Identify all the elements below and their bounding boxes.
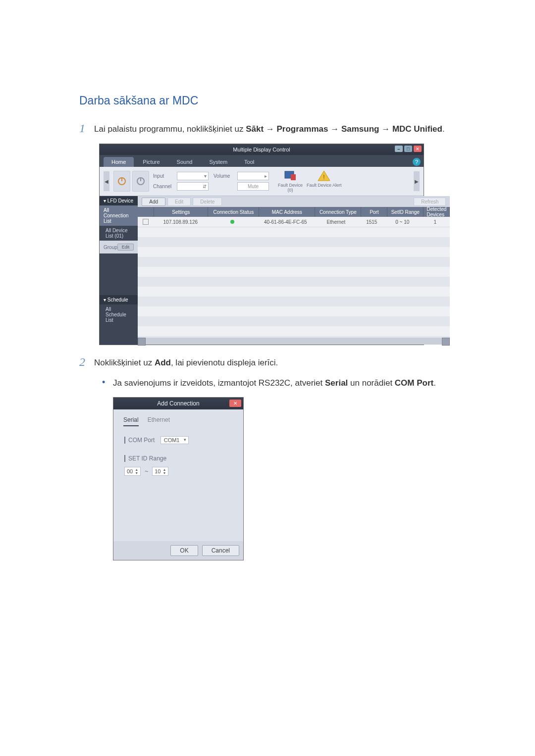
scroll-left-button[interactable] xyxy=(138,338,146,346)
range-to-spinner[interactable]: 10▲▼ xyxy=(152,467,168,476)
add-button[interactable]: Add xyxy=(142,198,165,206)
close-button[interactable]: ✕ xyxy=(414,146,422,152)
input-label: Input xyxy=(153,173,175,179)
delete-button[interactable]: Delete xyxy=(193,198,222,206)
th-status: Connection Status xyxy=(208,207,259,217)
scroll-right-button[interactable] xyxy=(442,338,450,346)
th-type: Connection Type xyxy=(315,207,361,217)
channel-label: Channel xyxy=(153,184,175,189)
cell-ip: 107.108.89.126 xyxy=(154,217,207,227)
th-range: SetID Range xyxy=(387,207,424,217)
group-edit-button[interactable]: Edit xyxy=(117,244,134,251)
menu-home[interactable]: Home xyxy=(104,157,134,167)
fault-device-icon[interactable]: Fault Device(0) xyxy=(278,170,303,193)
add-connection-dialog: Add Connection ✕ Serial Ethernet COM Por… xyxy=(113,397,244,560)
fault-alert-icon[interactable]: ! Fault Device Alert xyxy=(307,170,342,193)
menu-picture[interactable]: Picture xyxy=(135,157,167,167)
tilde: ~ xyxy=(145,468,148,475)
volume-label: Volume xyxy=(214,173,235,179)
range-from-spinner[interactable]: 00▲▼ xyxy=(124,467,141,476)
maximize-button[interactable]: □ xyxy=(404,146,412,152)
row-checkbox[interactable] xyxy=(143,219,149,225)
table-header: Settings Connection Status MAC Address C… xyxy=(138,207,450,217)
minimize-button[interactable]: ‒ xyxy=(395,146,403,152)
status-dot-icon xyxy=(230,220,234,224)
channel-field[interactable]: ⇵ xyxy=(177,182,209,191)
power-off-icon[interactable] xyxy=(132,171,149,192)
th-port: Port xyxy=(361,207,387,217)
comport-dropdown[interactable]: COM1 xyxy=(160,436,189,444)
menu-sound[interactable]: Sound xyxy=(169,157,201,167)
sidebar-schedule-header[interactable]: ▾ Schedule xyxy=(100,295,138,304)
dialog-titlebar: Add Connection ✕ xyxy=(113,398,243,409)
tab-serial[interactable]: Serial xyxy=(123,416,139,426)
cell-type: Ethernet xyxy=(313,217,359,227)
menu-system[interactable]: System xyxy=(201,157,235,167)
th-detected: Detected Devices xyxy=(424,207,450,217)
cell-range: 0 ~ 10 xyxy=(384,217,420,227)
step-number-1: 1 xyxy=(79,122,94,134)
sidebar-schedule-list[interactable]: All Schedule List xyxy=(100,304,138,325)
refresh-button[interactable]: Refresh xyxy=(414,198,446,206)
cell-mac: 40-61-86-4E-FC-65 xyxy=(258,217,313,227)
step-1-text: Lai palaistu programmu, noklikšķiniet uz… xyxy=(94,122,456,136)
dialog-close-button[interactable]: ✕ xyxy=(229,400,241,407)
th-mac: MAC Address xyxy=(259,207,315,217)
step-number-2: 2 xyxy=(79,356,94,368)
nav-left-icon[interactable]: ◀ xyxy=(104,171,109,191)
mute-button[interactable]: Mute xyxy=(237,182,269,191)
input-field[interactable]: ▾ xyxy=(177,172,209,180)
sidebar-device-list[interactable]: All Device List (01) xyxy=(100,226,138,241)
mdc-window: Multiple Display Control ‒ □ ✕ ? Home Pi… xyxy=(99,144,424,345)
bullet-icon: • xyxy=(102,376,113,389)
window-titlebar: Multiple Display Control ‒ □ ✕ xyxy=(100,144,424,155)
main-menu: Home Picture Sound System Tool xyxy=(100,155,424,167)
cancel-button[interactable]: Cancel xyxy=(202,545,239,556)
power-on-icon[interactable] xyxy=(113,171,130,192)
tab-ethernet[interactable]: Ethernet xyxy=(148,416,170,426)
cell-detected: 1 xyxy=(420,217,450,227)
comport-label: COM Port xyxy=(124,437,155,444)
sidebar-lfd-header[interactable]: ▾ LFD Device xyxy=(100,196,138,205)
step-2-text: Noklikšķiniet uz Add, lai pievienotu dis… xyxy=(94,356,456,369)
empty-rows xyxy=(138,227,450,338)
th-settings: Settings xyxy=(154,207,208,217)
volume-field[interactable]: ▸ xyxy=(237,172,269,180)
page-heading: Darba sākšana ar MDC xyxy=(79,94,456,107)
cell-port: 1515 xyxy=(359,217,384,227)
nav-right-icon[interactable]: ▶ xyxy=(414,171,420,191)
sidebar-all-connection[interactable]: All Connection List xyxy=(100,205,138,226)
sidebar-group-label: Group xyxy=(104,245,117,250)
svg-text:!: ! xyxy=(323,174,325,181)
edit-button[interactable]: Edit xyxy=(167,198,191,206)
svg-rect-5 xyxy=(291,174,296,180)
table-row[interactable]: 107.108.89.126 40-61-86-4E-FC-65 Etherne… xyxy=(138,217,450,227)
menu-tool[interactable]: Tool xyxy=(236,157,262,167)
horizontal-scrollbar[interactable] xyxy=(138,338,450,345)
ok-button[interactable]: OK xyxy=(170,545,198,556)
setid-range-label: SET ID Range xyxy=(124,455,166,462)
bullet-text: Ja savienojums ir izveidots, izmantojot … xyxy=(113,376,436,390)
